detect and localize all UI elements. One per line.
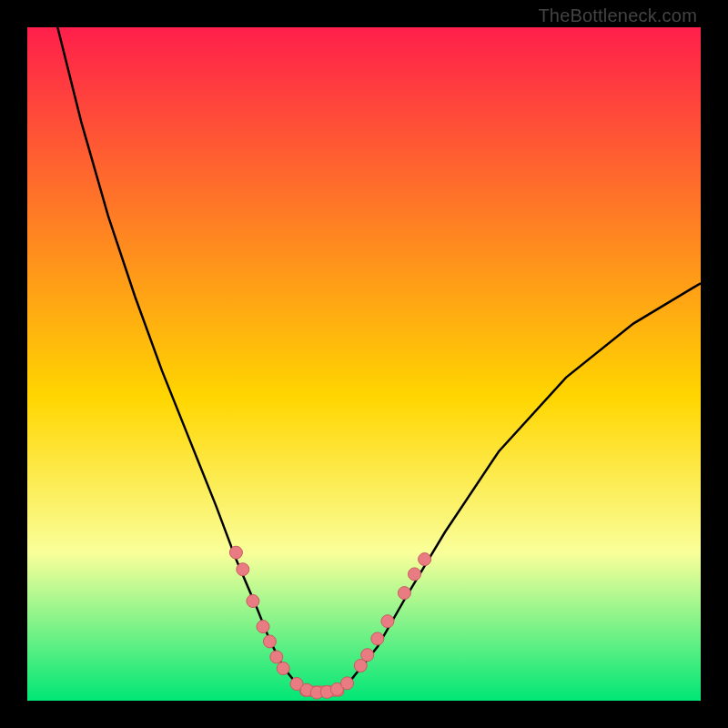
data-marker xyxy=(381,615,394,628)
data-marker xyxy=(277,662,289,675)
data-marker xyxy=(247,595,259,608)
watermark-text: TheBottleneck.com xyxy=(538,5,697,26)
frame-border-right xyxy=(701,0,728,728)
data-marker xyxy=(398,587,410,600)
data-marker xyxy=(263,635,276,648)
data-marker xyxy=(229,546,242,559)
data-marker xyxy=(341,677,354,690)
data-marker xyxy=(237,563,249,576)
bottleneck-plot xyxy=(27,27,701,701)
gradient-background xyxy=(27,27,701,701)
data-marker xyxy=(409,568,421,581)
data-marker xyxy=(270,651,283,663)
frame-border-left xyxy=(0,0,27,728)
chart-frame: TheBottleneck.com xyxy=(0,0,728,728)
frame-border-bottom xyxy=(0,701,728,728)
data-marker xyxy=(371,632,384,645)
data-marker xyxy=(361,649,374,662)
data-marker xyxy=(257,621,269,633)
data-marker xyxy=(419,553,431,566)
